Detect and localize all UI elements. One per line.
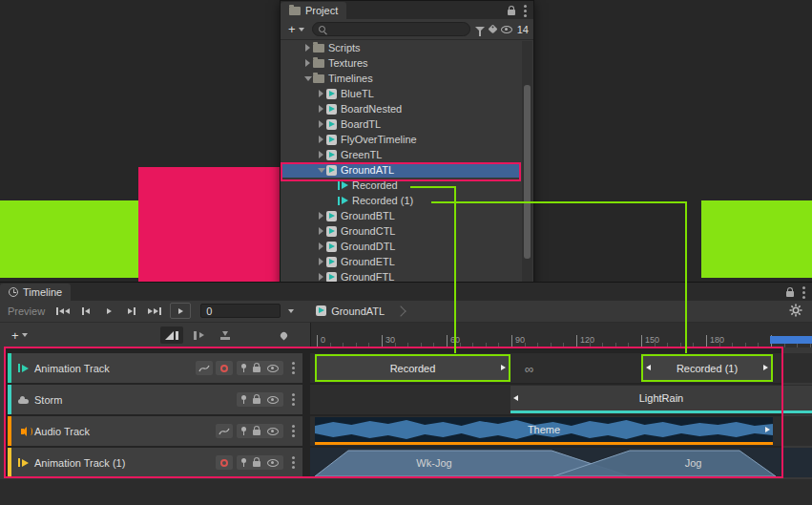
foldout-collapsed-icon[interactable] xyxy=(316,116,326,132)
eye-icon[interactable] xyxy=(267,396,279,404)
tree-item-groundatl[interactable]: GroundATL xyxy=(281,162,521,178)
project-toolbar: + 14 xyxy=(281,19,533,40)
foldout-collapsed-icon[interactable] xyxy=(316,208,326,223)
tree-item-textures[interactable]: Textures xyxy=(281,55,521,71)
tree-item-recorded-1[interactable]: Recorded (1) xyxy=(281,193,521,208)
time-ruler[interactable]: 0 30 60 90 120 150 180 210 xyxy=(310,323,812,347)
play-range-button[interactable] xyxy=(170,303,191,319)
eye-icon[interactable] xyxy=(267,428,279,435)
tree-item-boardnested[interactable]: BoardNested xyxy=(281,101,521,116)
record-button[interactable] xyxy=(216,361,233,375)
track-header-storm[interactable]: Storm xyxy=(8,385,302,414)
track-header-animation[interactable]: Animation Track xyxy=(8,353,302,383)
frame-unit-dropdown[interactable] xyxy=(285,306,297,316)
settings-button[interactable] xyxy=(789,304,802,319)
foldout-collapsed-icon[interactable] xyxy=(302,55,313,71)
clip-handle-left-icon[interactable] xyxy=(646,365,651,370)
lock-icon[interactable] xyxy=(508,10,515,15)
track-menu-button[interactable] xyxy=(287,430,299,432)
breadcrumb[interactable]: GroundATL xyxy=(316,305,405,317)
search-input[interactable] xyxy=(329,24,464,34)
visibility-icon[interactable] xyxy=(501,26,512,33)
foldout-collapsed-icon[interactable] xyxy=(316,223,326,239)
window-menu-icon[interactable] xyxy=(524,10,527,12)
scrollbar-thumb[interactable] xyxy=(524,85,531,259)
tree-item-recorded[interactable]: Recorded xyxy=(281,178,521,193)
eye-icon[interactable] xyxy=(267,459,279,467)
lock-icon[interactable] xyxy=(253,430,260,435)
lock-icon[interactable] xyxy=(786,291,794,297)
tree-item-greentl[interactable]: GreenTL xyxy=(281,147,521,162)
foldout-collapsed-icon[interactable] xyxy=(302,40,313,55)
replace-mode-button[interactable] xyxy=(214,326,237,344)
lane-animation-1[interactable]: Wk-Jog Jog xyxy=(310,448,812,477)
tree-item-groundbtl[interactable]: GroundBTL xyxy=(281,208,521,223)
foldout-collapsed-icon[interactable] xyxy=(316,101,326,116)
search-by-type-icon[interactable] xyxy=(475,27,485,32)
eye-icon[interactable] xyxy=(267,365,279,372)
clip-theme[interactable]: Theme xyxy=(315,417,773,445)
pin-icon[interactable] xyxy=(241,458,246,463)
play-button[interactable] xyxy=(98,303,119,319)
track-menu-button[interactable] xyxy=(287,461,299,464)
tree-item-boardtl[interactable]: BoardTL xyxy=(281,116,521,132)
tree-item-flyovertimeline[interactable]: FlyOverTimeline xyxy=(281,132,521,147)
search-by-label-icon[interactable] xyxy=(488,25,497,34)
goto-end-button[interactable] xyxy=(144,303,165,319)
ripple-mode-button[interactable] xyxy=(187,326,210,344)
clip-handle-right-icon[interactable] xyxy=(501,365,506,370)
tree-item-label: Scripts xyxy=(328,42,361,53)
foldout-collapsed-icon[interactable] xyxy=(316,147,326,162)
tree-item-scripts[interactable]: Scripts xyxy=(281,40,521,55)
lock-icon[interactable] xyxy=(253,367,260,372)
lane-storm[interactable]: LightRain xyxy=(310,385,812,414)
clip-jog[interactable]: Jog xyxy=(553,449,776,476)
tree-item-groundetl[interactable]: GroundETL xyxy=(281,254,521,269)
next-frame-button[interactable] xyxy=(121,303,142,319)
current-frame-field[interactable] xyxy=(200,304,281,318)
clip-recorded[interactable]: Recorded xyxy=(315,354,510,382)
lane-animation[interactable]: Recorded ∞ Recorded (1) xyxy=(310,353,812,383)
clip-recorded-1[interactable]: Recorded (1) xyxy=(641,354,773,382)
foldout-collapsed-icon[interactable] xyxy=(316,254,326,269)
track-header-audio[interactable]: Audio Track xyxy=(8,416,302,446)
record-button[interactable] xyxy=(216,455,233,470)
project-search-field[interactable] xyxy=(312,22,470,36)
track-menu-button[interactable] xyxy=(287,367,299,369)
tab-timeline[interactable]: Timeline xyxy=(0,284,71,301)
goto-beginning-button[interactable] xyxy=(52,303,73,319)
tree-item-grounddtl[interactable]: GroundDTL xyxy=(281,239,521,254)
clip-handle-right-icon[interactable] xyxy=(765,427,770,432)
track-menu-button[interactable] xyxy=(287,398,299,401)
track-header-animation-1[interactable]: Animation Track (1) xyxy=(8,448,302,477)
window-menu-icon[interactable] xyxy=(802,291,805,294)
previous-frame-button[interactable] xyxy=(75,303,96,319)
curves-toggle-button[interactable] xyxy=(216,424,233,438)
foldout-expanded-icon[interactable] xyxy=(302,71,313,86)
pin-icon[interactable] xyxy=(241,427,246,431)
clip-handle-left-icon[interactable] xyxy=(513,395,518,401)
foldout-collapsed-icon[interactable] xyxy=(316,86,326,101)
lane-audio[interactable]: Theme xyxy=(310,416,812,446)
lock-icon[interactable] xyxy=(253,461,260,467)
create-asset-button[interactable]: + xyxy=(285,22,307,36)
lock-icon[interactable] xyxy=(253,398,260,404)
curves-toggle-button[interactable] xyxy=(196,361,213,375)
clip-lightrain[interactable]: LightRain xyxy=(510,386,812,413)
foldout-expanded-icon[interactable] xyxy=(316,162,326,178)
mix-mode-button[interactable] xyxy=(160,326,183,344)
tab-project[interactable]: Project xyxy=(281,2,346,19)
project-scrollbar[interactable] xyxy=(522,41,532,284)
show-markers-button[interactable] xyxy=(275,327,292,343)
foldout-collapsed-icon[interactable] xyxy=(316,132,326,147)
add-track-button[interactable]: + xyxy=(8,326,31,344)
frame-input[interactable] xyxy=(201,305,280,317)
preview-toggle[interactable]: Preview xyxy=(8,305,45,317)
pin-icon[interactable] xyxy=(241,364,246,368)
tree-item-bluetl[interactable]: BlueTL xyxy=(281,86,521,101)
tree-item-timelines[interactable]: Timelines xyxy=(281,71,521,86)
clip-handle-right-icon[interactable] xyxy=(763,365,768,370)
tree-item-groundctl[interactable]: GroundCTL xyxy=(281,223,521,239)
foldout-collapsed-icon[interactable] xyxy=(316,239,326,254)
pin-icon[interactable] xyxy=(241,395,246,400)
